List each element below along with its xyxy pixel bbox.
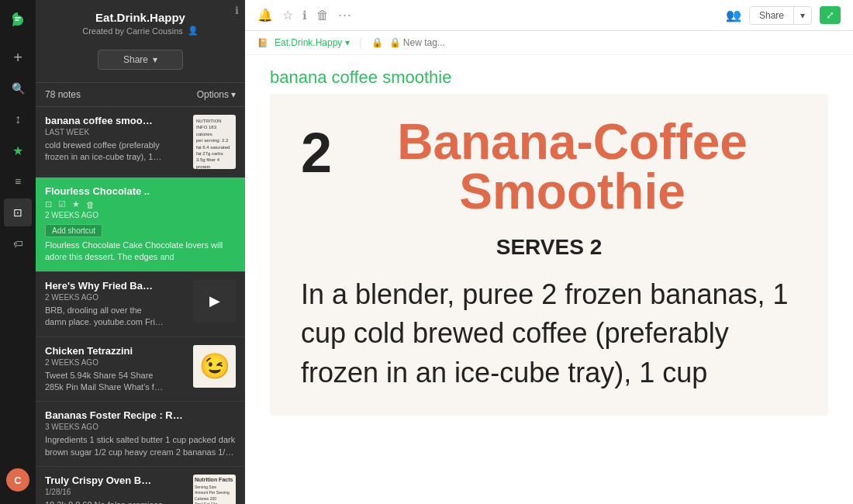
- toolbar: 🔔 ☆ ℹ 🗑 ··· 👥 Share ▾ ⤢: [245, 0, 853, 31]
- note-date: 2 WEEKS AGO: [45, 211, 236, 219]
- note-title: Here's Why Fried Bana...: [45, 280, 154, 292]
- notebook-icon[interactable]: ⊡: [4, 198, 32, 226]
- people-icon[interactable]: 👥: [726, 8, 741, 22]
- tags-icon[interactable]: 🏷: [4, 230, 32, 257]
- note-title: Bananas Foster Recipe : Ree Drumm.: [45, 409, 185, 421]
- notes-list-icon[interactable]: ≡: [4, 167, 32, 195]
- shortcuts-icon[interactable]: ↕: [4, 105, 32, 133]
- trash-icon[interactable]: 🗑: [316, 9, 329, 22]
- new-note-icon[interactable]: +: [4, 43, 32, 71]
- list-item[interactable]: Here's Why Fried Bana... 2 WEEKS AGO BRB…: [36, 272, 245, 337]
- notes-bar: 78 notes Options ▾: [36, 83, 245, 107]
- note-preview: Tweet 5.94k Share 54 Share 285k Pin Mail…: [45, 370, 165, 394]
- more-options-icon[interactable]: ···: [338, 7, 352, 23]
- share-button[interactable]: Share ▾: [98, 50, 183, 70]
- note-date: 3 WEEKS AGO: [45, 423, 236, 431]
- chevron-down-icon: ▾: [153, 54, 157, 65]
- notebook-breadcrumb-icon: 📔: [257, 38, 268, 48]
- add-shortcut-button[interactable]: Add shortcut: [45, 224, 102, 237]
- list-item[interactable]: Truly Crispy Oven Bake... 1/28/16 10.3k …: [36, 467, 245, 504]
- alarm-icon[interactable]: 🔔: [257, 8, 273, 22]
- sidebar-header: ℹ Eat.Drink.Happy Created by Carrie Cous…: [36, 0, 245, 83]
- list-item[interactable]: Flourless Chocolate .. ⊡ ☑ ★ 🗑 2 WEEKS A…: [36, 178, 245, 272]
- star-action-icon[interactable]: ★: [72, 199, 80, 209]
- emoji-icon: 😉: [199, 351, 230, 381]
- note-list: banana coffee smoothie LAST WEEK cold br…: [36, 107, 245, 504]
- recipe-number: 2: [301, 125, 332, 181]
- notebook-chevron-icon: ▾: [345, 37, 350, 48]
- note-title: Flourless Chocolate ..: [45, 185, 185, 197]
- recipe-title-line2: Smoothie: [459, 167, 686, 216]
- share-main-button[interactable]: Share ▾: [749, 6, 812, 25]
- toolbar-icons: 🔔 ☆ ℹ 🗑 ···: [257, 7, 352, 23]
- trash-action-icon[interactable]: 🗑: [86, 200, 95, 209]
- info-circle-icon[interactable]: ℹ: [302, 9, 307, 22]
- lock-icon: 🔒: [371, 37, 383, 48]
- recipe-image: 2 Banana-Coffee Smoothie SERVES 2 In a b…: [270, 94, 828, 416]
- options-button[interactable]: Options ▾: [197, 89, 236, 100]
- user-avatar[interactable]: C: [6, 468, 29, 492]
- recipe-title-line1: Banana-Coffee: [397, 117, 748, 167]
- search-icon[interactable]: 🔍: [4, 74, 32, 102]
- fullscreen-button[interactable]: ⤢: [820, 6, 841, 24]
- toolbar-right: 👥 Share ▾ ⤢: [726, 6, 841, 25]
- note-thumbnail: ▶: [193, 280, 236, 323]
- tag-input[interactable]: [389, 37, 841, 48]
- note-date: 2 WEEKS AGO: [45, 293, 193, 302]
- note-preview: BRB, drooling all over the damn place. y…: [45, 305, 165, 329]
- notebook-link[interactable]: Eat.Drink.Happy ▾: [275, 37, 350, 48]
- notes-count: 78 notes: [45, 89, 81, 100]
- recipe-serves: SERVES 2: [301, 235, 797, 260]
- note-metadata-bar: 📔 Eat.Drink.Happy ▾ | 🔒: [245, 31, 853, 55]
- note-thumbnail: 😉: [193, 345, 236, 388]
- star-icon[interactable]: ☆: [282, 8, 293, 22]
- note-title: Truly Crispy Oven Bake...: [45, 475, 154, 486]
- note-action-icon: ⊡: [45, 199, 52, 209]
- note-preview: 10.3k 0 0.60 No false promises here! Thi…: [45, 499, 165, 504]
- main-content: 🔔 ☆ ℹ 🗑 ··· 👥 Share ▾ ⤢ 📔 Eat.Drink.Happ…: [245, 0, 853, 504]
- list-item[interactable]: Bananas Foster Recipe : Ree Drumm. 3 WEE…: [36, 402, 245, 467]
- note-date: 2 WEEKS AGO: [45, 358, 193, 367]
- share-chevron-icon: ▾: [793, 7, 811, 24]
- note-preview: cold brewed coffee (preferably frozen in…: [45, 140, 165, 164]
- list-item[interactable]: Chicken Tetrazzini 2 WEEKS AGO Tweet 5.9…: [36, 337, 245, 402]
- app-logo: [4, 6, 32, 34]
- note-title: Chicken Tetrazzini: [45, 345, 154, 357]
- options-chevron-icon: ▾: [231, 89, 236, 100]
- note-title-main: banana coffee smoothie: [245, 55, 853, 94]
- note-preview: Ingredients 1 stick salted butter 1 cup …: [45, 434, 236, 458]
- recipe-body: In a blender, puree 2 frozen bananas, 1 …: [301, 275, 797, 392]
- icon-rail: + 🔍 ↕ ★ ≡ ⊡ 🏷 C: [0, 0, 36, 504]
- checkbox-icon[interactable]: ☑: [58, 199, 66, 209]
- starred-icon[interactable]: ★: [4, 136, 32, 164]
- note-title: banana coffee smoothie: [45, 115, 154, 126]
- sidebar: ℹ Eat.Drink.Happy Created by Carrie Cous…: [36, 0, 245, 504]
- notebook-subtitle: Created by Carrie Cousins 👤: [48, 26, 233, 36]
- note-preview: Flourless Chocolate Cake Chocolate lover…: [45, 240, 236, 264]
- info-icon[interactable]: ℹ: [235, 5, 239, 16]
- note-thumbnail: NUTRITION INFO 183 caloriesper serving: …: [193, 115, 236, 169]
- note-date: LAST WEEK: [45, 128, 165, 136]
- notebook-title: Eat.Drink.Happy: [48, 11, 233, 24]
- list-item[interactable]: banana coffee smoothie LAST WEEK cold br…: [36, 107, 245, 178]
- note-content: 2 Banana-Coffee Smoothie SERVES 2 In a b…: [245, 94, 853, 504]
- note-thumbnail: Nutrition Facts Serving Size Amount Per …: [193, 475, 236, 504]
- author-icon: 👤: [188, 26, 199, 36]
- note-date: 1/28/16: [45, 488, 193, 496]
